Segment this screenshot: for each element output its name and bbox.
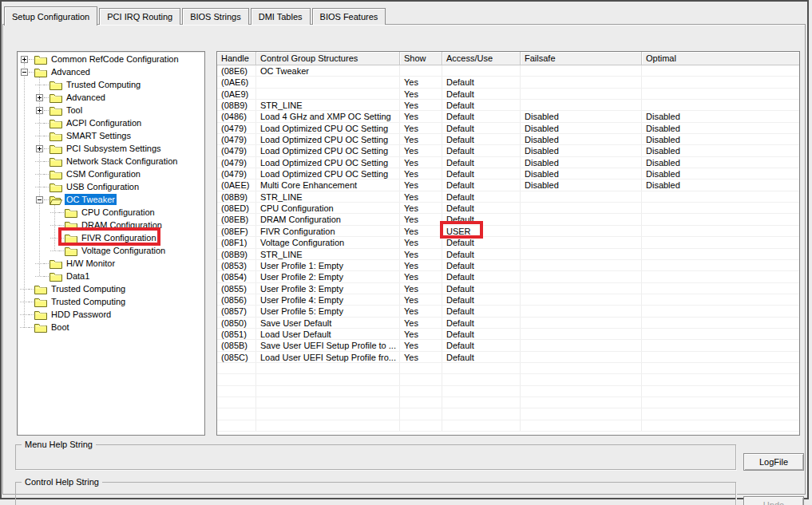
table-row-08eb[interactable]: (08EB)DRAM ConfigurationYesDefault [217, 214, 799, 225]
table-row-0854[interactable]: (0854)User Profile 2: EmptyYesDefault [217, 271, 799, 282]
cell-show: Yes [400, 249, 442, 259]
cell-show: Yes [400, 123, 442, 133]
tree-item-trusted-computing[interactable]: Trusted Computing [18, 78, 204, 91]
tree-item-cpu-configuration[interactable]: CPU Configuration [18, 206, 204, 219]
table-row-085b[interactable]: (085B)Save User UEFI Setup Profile to ..… [217, 340, 799, 351]
cell-handle: (0851) [217, 329, 256, 339]
tab-dmi-tables[interactable]: DMI Tables [251, 8, 311, 25]
table-row-0853[interactable]: (0853)User Profile 1: EmptyYesDefault [217, 260, 799, 271]
table-row-0855[interactable]: (0855)User Profile 3: EmptyYesDefault [217, 283, 799, 294]
folder-closed-icon [50, 118, 62, 128]
tree-item-acpi-configuration[interactable]: ACPI Configuration [18, 116, 204, 129]
folder-closed-icon [65, 246, 77, 256]
cell-control-group: STR_LINE [256, 191, 400, 202]
tree-item-label: Tool [65, 105, 84, 116]
empty-cell [256, 408, 400, 419]
cell-show [400, 65, 442, 76]
folder-closed-icon [34, 310, 47, 320]
table-row-0ae9[interactable]: (0AE9)YesDefault [217, 89, 799, 100]
expand-plus-icon[interactable] [36, 107, 43, 114]
tree-connector [20, 289, 29, 290]
collapse-minus-icon[interactable] [36, 196, 43, 203]
column-header-control-group-structures[interactable]: Control Group Structures [256, 52, 400, 65]
tree-item-trusted-computing[interactable]: Trusted Computing [18, 282, 204, 295]
folder-closed-icon [65, 220, 77, 231]
cell-failsafe [521, 249, 642, 259]
table-row-085c[interactable]: (085C)Load User UEFI Setup Profile fro..… [217, 352, 799, 363]
tree-item-fivr-configuration[interactable]: FIVR Configuration [18, 231, 204, 244]
cell-control-group: OC Tweaker [256, 65, 400, 76]
tree-item-csm-configuration[interactable]: CSM Configuration [18, 168, 204, 180]
cell-failsafe [521, 89, 642, 99]
tab-setup-configuration[interactable]: Setup Configuration [4, 6, 97, 26]
undo-button[interactable]: Undo [743, 496, 804, 505]
table-row-0850[interactable]: (0850)Save User DefaultYesDefault [217, 318, 799, 329]
cell-control-group [256, 89, 400, 99]
table-row-0479[interactable]: (0479)Load Optimized CPU OC SettingYesDe… [217, 168, 799, 180]
tree-item-hdd-password[interactable]: HDD Password [18, 308, 204, 321]
cell-optimal [642, 226, 799, 236]
cell-handle: (08ED) [217, 203, 256, 213]
table-row-0479[interactable]: (0479)Load Optimized CPU OC SettingYesDe… [217, 134, 799, 145]
expand-plus-icon[interactable] [36, 145, 43, 152]
table-row-08b9[interactable]: (08B9)STR_LINEYesDefault [217, 249, 799, 260]
table-row-0aee[interactable]: (0AEE)Multi Core EnhancementYesDefaultDi… [217, 180, 799, 191]
table-row-0851[interactable]: (0851)Load User DefaultYesDefault [217, 329, 799, 340]
table-row-08ed[interactable]: (08ED)CPU ConfigurationYesDefault [217, 203, 799, 214]
cell-optimal [642, 203, 799, 213]
tree-item-advanced[interactable]: Advanced [18, 91, 204, 104]
table-row-0486[interactable]: (0486)Load 4 GHz and XMP OC SettingYesDe… [217, 111, 799, 122]
tree-item-data1[interactable]: Data1 [18, 270, 204, 282]
expand-plus-icon[interactable] [36, 94, 43, 101]
table-row-0ae6[interactable]: (0AE6)YesDefault [217, 77, 799, 88]
table-row-08f1[interactable]: (08F1)Voltage ConfigurationYesDefault [217, 237, 799, 248]
table-row-0479[interactable]: (0479)Load Optimized CPU OC SettingYesDe… [217, 157, 799, 168]
table-row-0856[interactable]: (0856)User Profile 4: EmptyYesDefault [217, 294, 799, 306]
tree-item-network-stack-configuration[interactable]: Network Stack Configuration [18, 155, 204, 168]
logfile-button[interactable]: LogFile [743, 453, 804, 471]
tree-item-boot[interactable]: Boot [18, 321, 204, 333]
collapse-minus-icon[interactable] [21, 69, 28, 76]
tree-item-h-w-monitor[interactable]: H/W Monitor [18, 257, 204, 270]
table-row-08b9[interactable]: (08B9)STR_LINEYesDefault [217, 191, 799, 203]
cell-access-use: Default [442, 191, 521, 202]
tab-bios-features[interactable]: BIOS Features [312, 8, 386, 25]
column-header-handle[interactable]: Handle [217, 52, 256, 65]
tree-item-trusted-computing[interactable]: Trusted Computing [18, 295, 204, 308]
tree-item-usb-configuration[interactable]: USB Configuration [18, 180, 204, 193]
table-row-0479[interactable]: (0479)Load Optimized CPU OC SettingYesDe… [217, 123, 799, 134]
table-empty-row [217, 420, 799, 432]
tree-item-common-refcode-configuration[interactable]: Common RefCode Configuration [18, 53, 204, 65]
expand-plus-icon[interactable] [21, 56, 28, 63]
column-header-optimal[interactable]: Optimal [642, 52, 799, 65]
tree-connector [44, 136, 49, 136]
cell-show: Yes [400, 89, 442, 99]
table-row-08e6[interactable]: (08E6)OC Tweaker [217, 65, 799, 77]
empty-cell [400, 408, 442, 419]
tree-item-voltage-configuration[interactable]: Voltage Configuration [18, 244, 204, 257]
table-row-08b9[interactable]: (08B9)STR_LINEYesDefault [217, 100, 799, 111]
tree-item-oc-tweaker[interactable]: OC Tweaker [18, 193, 204, 206]
tree-item-smart-settings[interactable]: SMART Settings [18, 129, 204, 142]
column-header-failsafe[interactable]: Failsafe [521, 52, 642, 65]
table-row-08ef[interactable]: (08EF)FIVR ConfigurationYesUSER [217, 226, 799, 237]
tree-item-advanced[interactable]: Advanced [18, 65, 204, 78]
cell-failsafe [521, 294, 642, 305]
tab-bios-strings[interactable]: BIOS Strings [182, 8, 249, 25]
folder-closed-icon [50, 182, 62, 192]
table-row-0857[interactable]: (0857)User Profile 5: EmptyYesDefault [217, 306, 799, 317]
column-header-access-use[interactable]: Access/Use [442, 52, 521, 65]
tree-item-label: CPU Configuration [80, 207, 156, 218]
tree-item-dram-configuration[interactable]: DRAM Configuration [18, 219, 204, 231]
tree-item-label: Voltage Configuration [80, 245, 167, 256]
tree-connector [20, 327, 29, 328]
table-row-0479[interactable]: (0479)Load Optimized CPU OC SettingYesDe… [217, 145, 799, 156]
tree-item-tool[interactable]: Tool [18, 104, 204, 116]
tree-item-pci-subsystem-settings[interactable]: PCI Subsystem Settings [18, 142, 204, 155]
cell-failsafe: Disabled [521, 134, 642, 144]
tab-pci-irq-routing[interactable]: PCI IRQ Routing [99, 8, 180, 25]
table-header-row: HandleControl Group StructuresShowAccess… [217, 52, 799, 65]
cell-handle: (0856) [217, 294, 256, 305]
column-header-show[interactable]: Show [400, 52, 442, 65]
cell-access-use: Default [442, 260, 521, 270]
